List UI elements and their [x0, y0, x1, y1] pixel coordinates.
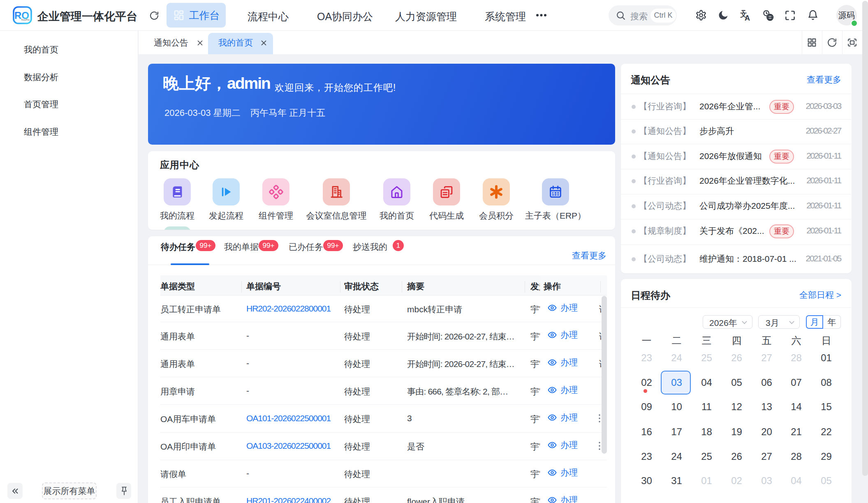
svg-text:A: A [745, 14, 750, 21]
svg-text:RuoyiPlus: RuoyiPlus [21, 19, 30, 21]
